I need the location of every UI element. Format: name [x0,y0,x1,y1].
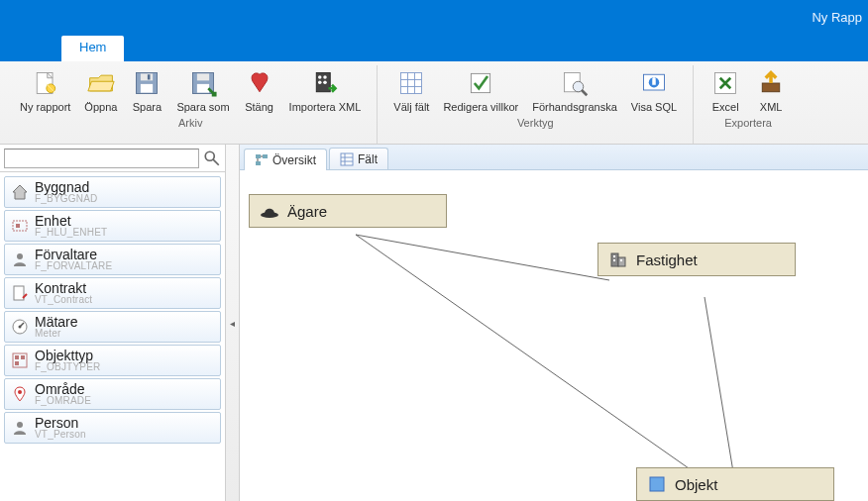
ribbon: Ny rapport Öppna Spara Spara som [0,61,868,145]
edit-conditions-button[interactable]: Redigera villkor [437,65,524,115]
svg-rect-66 [613,255,615,257]
folder-open-icon [85,67,117,99]
unit-icon [11,217,29,235]
xml-export-icon [755,67,787,99]
svg-point-44 [19,326,22,329]
objtype-icon [11,351,29,369]
entity-item-omrade[interactable]: OmrådeF_OMRADE [4,378,221,410]
ribbon-group-label-verktyg: Verktyg [387,117,683,129]
doc-icon [11,284,29,302]
floppy-saveas-icon [187,67,219,99]
import-xml-icon [309,67,341,99]
svg-point-20 [323,80,327,84]
svg-point-18 [323,75,327,79]
sql-icon [638,67,670,99]
window-title: Ny Rapp [812,10,862,25]
left-panel: ByggnadF_BYGGNAD EnhetF_HLU_ENHET Förval… [0,145,226,501]
titlebar: Ny Rapp Hem [0,0,868,61]
house-icon [11,183,29,201]
svg-point-50 [17,422,23,428]
svg-point-19 [318,80,322,84]
svg-rect-11 [141,84,153,93]
magnifier-icon [559,67,591,99]
ribbon-group-label-arkiv: Arkiv [14,117,367,129]
svg-rect-14 [197,73,209,80]
entity-item-enhet[interactable]: EnhetF_HLU_ENHET [4,210,221,242]
svg-rect-12 [148,74,151,79]
person-icon [11,419,29,437]
entity-item-kontrakt[interactable]: KontraktVT_Contract [4,277,221,309]
svg-point-33 [652,77,656,81]
svg-line-37 [213,159,219,165]
object-icon [647,474,667,494]
pin-icon [11,385,29,403]
tab-fields[interactable]: Fält [329,148,388,169]
ribbon-group-label-exportera: Exportera [704,117,793,129]
close-button[interactable]: Stäng [238,65,281,115]
canvas-area: Översikt Fält Ägare Fastighet [240,145,868,501]
collapse-bar[interactable]: ◂ [226,145,240,501]
svg-rect-51 [256,154,261,158]
checkbox-icon [465,67,496,99]
show-sql-button[interactable]: Visa SQL [625,65,683,115]
overview-icon [255,153,269,167]
floppy-icon [131,67,163,99]
hat-icon [260,201,279,221]
export-xml-button[interactable]: XML [749,65,793,115]
entity-item-forvaltare[interactable]: FörvaltareF_FORVALTARE [4,244,221,275]
svg-rect-53 [256,161,261,165]
person-icon [11,250,29,268]
chevron-left-icon: ◂ [230,318,235,329]
entity-list: ByggnadF_BYGGNAD EnhetF_HLU_ENHET Förval… [0,172,225,501]
svg-point-17 [318,75,322,79]
svg-line-62 [705,297,735,484]
export-excel-button[interactable]: Excel [704,65,747,115]
svg-rect-52 [263,154,268,158]
entity-item-objekttyp[interactable]: ObjekttypF_OBJTYPER [4,345,221,376]
main-body: ByggnadF_BYGGNAD EnhetF_HLU_ENHET Förval… [0,145,868,501]
building-icon [608,250,628,269]
node-objekt[interactable]: Objekt [636,467,834,501]
ribbon-group-exportera: Excel XML Exportera [704,65,803,144]
close-icon [244,67,275,99]
svg-point-40 [17,253,23,259]
canvas[interactable]: Ägare Fastighet Objekt [240,170,868,501]
open-button[interactable]: Öppna [78,65,123,115]
svg-rect-47 [21,355,25,359]
new-report-button[interactable]: Ny rapport [14,65,76,115]
svg-line-60 [356,235,609,280]
entity-item-matare[interactable]: MätareMeter [4,311,221,343]
gauge-icon [11,318,29,336]
ribbon-tab-hem[interactable]: Hem [61,36,124,61]
svg-rect-48 [15,361,19,365]
svg-rect-21 [401,73,422,94]
svg-rect-15 [197,84,209,93]
search-icon[interactable] [203,150,221,167]
node-fastighet[interactable]: Fastighet [597,243,796,276]
save-as-button[interactable]: Spara som [170,65,235,115]
entity-item-byggnad[interactable]: ByggnadF_BYGGNAD [4,176,221,208]
svg-rect-68 [620,259,622,261]
save-button[interactable]: Spara [125,65,168,115]
svg-rect-69 [650,477,664,491]
select-fields-button[interactable]: Välj fält [387,65,435,115]
svg-rect-46 [15,355,19,359]
tabstrip: Översikt Fält [240,145,868,170]
svg-rect-67 [613,259,615,261]
tab-overview[interactable]: Översikt [244,149,327,170]
node-agare[interactable]: Ägare [249,194,447,228]
svg-rect-39 [16,224,20,228]
excel-icon [709,67,741,99]
svg-rect-10 [141,73,153,80]
svg-line-29 [582,90,587,95]
ribbon-group-verktyg: Välj fält Redigera villkor Förhandsgrans… [387,65,694,144]
svg-rect-65 [618,257,625,266]
import-xml-button[interactable]: Importera XML [283,65,368,115]
preview-button[interactable]: Förhandsgranska [526,65,623,115]
svg-point-36 [205,151,214,160]
search-input[interactable] [4,149,199,168]
entity-item-person[interactable]: PersonVT_Person [4,412,221,444]
svg-rect-35 [762,83,780,92]
fields-icon [340,152,354,166]
ribbon-group-arkiv: Ny rapport Öppna Spara Spara som [14,65,378,144]
